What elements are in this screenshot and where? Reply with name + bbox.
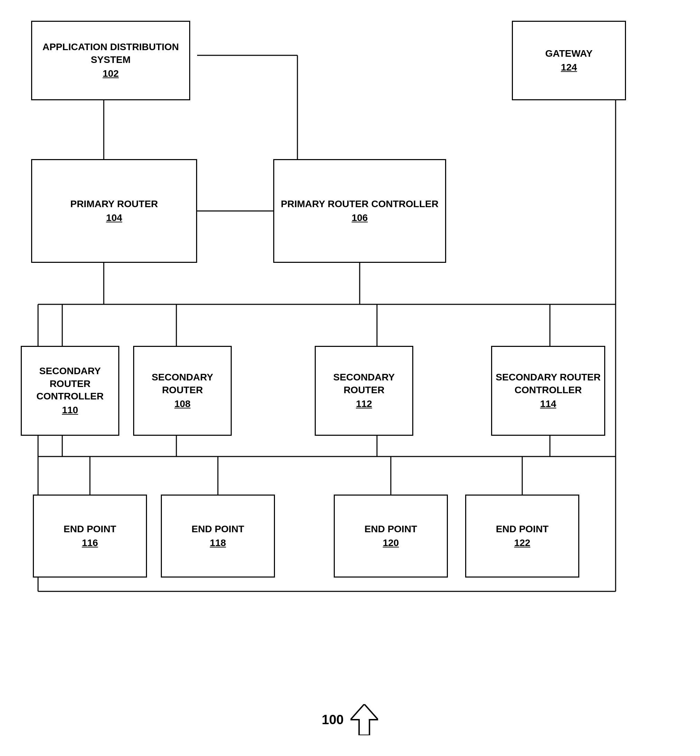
diagram-label: 100 [322, 704, 378, 735]
sec-router-ctrl-110-box: SECONDARY ROUTER CONTROLLER 110 [21, 346, 119, 436]
sec-router-108-box: SECONDARY ROUTER 108 [133, 346, 232, 436]
sec-router-112-num: 112 [356, 398, 372, 410]
sec-router-ctrl-114-box: SECONDARY ROUTER CONTROLLER 114 [491, 346, 605, 436]
app-dist-num: 102 [103, 67, 119, 80]
gateway-label: GATEWAY [545, 47, 593, 60]
primary-router-label: PRIMARY ROUTER [70, 198, 158, 210]
endpoint-120-box: END POINT 120 [334, 495, 448, 578]
endpoint-116-num: 116 [82, 537, 98, 549]
app-dist-system-box: APPLICATION DISTRIBUTION SYSTEM 102 [31, 21, 190, 100]
primary-router-ctrl-box: PRIMARY ROUTER CONTROLLER 106 [273, 159, 446, 263]
endpoint-120-num: 120 [383, 537, 399, 549]
sec-router-108-label: SECONDARY ROUTER [134, 371, 231, 396]
primary-router-num: 104 [106, 212, 122, 224]
sec-router-ctrl-114-num: 114 [540, 398, 556, 410]
up-arrow-icon [351, 704, 378, 735]
sec-router-112-label: SECONDARY ROUTER [316, 371, 412, 396]
diagram: APPLICATION DISTRIBUTION SYSTEM 102 GATE… [10, 10, 690, 722]
primary-router-ctrl-num: 106 [352, 212, 368, 224]
sec-router-ctrl-114-label: SECONDARY ROUTER CONTROLLER [492, 371, 604, 396]
endpoint-120-label: END POINT [364, 523, 417, 535]
sec-router-108-num: 108 [174, 398, 191, 410]
endpoint-118-num: 118 [210, 537, 226, 549]
diagram-number: 100 [322, 712, 344, 727]
endpoint-118-box: END POINT 118 [161, 495, 275, 578]
endpoint-122-num: 122 [514, 537, 531, 549]
endpoint-122-box: END POINT 122 [465, 495, 579, 578]
gateway-num: 124 [561, 61, 577, 73]
gateway-box: GATEWAY 124 [512, 21, 626, 100]
sec-router-ctrl-110-label: SECONDARY ROUTER CONTROLLER [22, 365, 118, 403]
app-dist-label: APPLICATION DISTRIBUTION SYSTEM [32, 41, 189, 66]
primary-router-ctrl-label: PRIMARY ROUTER CONTROLLER [281, 198, 439, 210]
endpoint-122-label: END POINT [496, 523, 548, 535]
endpoint-116-label: END POINT [64, 523, 116, 535]
primary-router-box: PRIMARY ROUTER 104 [31, 159, 197, 263]
sec-router-112-box: SECONDARY ROUTER 112 [315, 346, 413, 436]
sec-router-ctrl-110-num: 110 [62, 404, 78, 416]
svg-marker-25 [351, 704, 378, 735]
endpoint-116-box: END POINT 116 [33, 495, 147, 578]
endpoint-118-label: END POINT [192, 523, 244, 535]
